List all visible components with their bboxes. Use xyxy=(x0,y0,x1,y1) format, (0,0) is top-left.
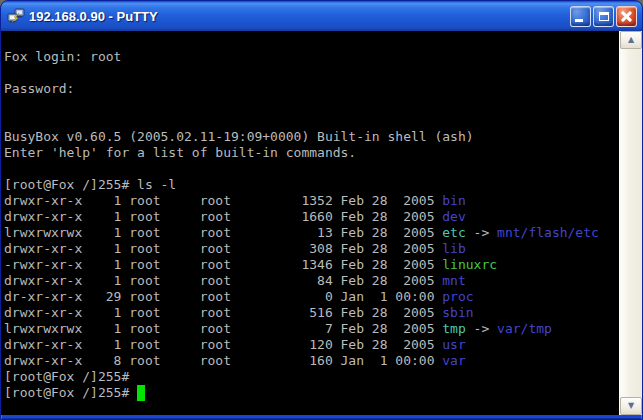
scrollbar[interactable]: ▲ ▼ xyxy=(619,31,642,415)
chevron-down-icon: ▼ xyxy=(628,402,634,410)
putty-window: 192.168.0.90 - PuTTY Fox login: root Pas… xyxy=(0,0,643,420)
terminal-line: dr-xr-xr-x 29 root root 0 Jan 1 00:00 pr… xyxy=(4,289,619,305)
close-button[interactable] xyxy=(616,6,637,27)
scrollbar-down-button[interactable]: ▼ xyxy=(620,397,642,415)
terminal-line: lrwxrwxrwx 1 root root 7 Feb 28 2005 tmp… xyxy=(4,321,619,337)
terminal-line: lrwxrwxrwx 1 root root 13 Feb 28 2005 et… xyxy=(4,225,619,241)
terminal-line: [root@Fox /]255# xyxy=(4,369,619,385)
terminal-line: drwxr-xr-x 1 root root 1352 Feb 28 2005 … xyxy=(4,193,619,209)
scrollbar-thumb[interactable] xyxy=(620,49,642,397)
terminal-line: drwxr-xr-x 1 root root 308 Feb 28 2005 l… xyxy=(4,241,619,257)
window-controls xyxy=(570,6,637,27)
minimize-icon xyxy=(575,19,583,22)
terminal-line xyxy=(4,65,619,81)
putty-app-icon[interactable] xyxy=(7,8,25,24)
terminal-screen[interactable]: Fox login: root Password: BusyBox v0.60.… xyxy=(1,31,619,415)
maximize-icon xyxy=(599,12,609,21)
maximize-button[interactable] xyxy=(593,6,614,27)
terminal-line: drwxr-xr-x 1 root root 84 Feb 28 2005 mn… xyxy=(4,273,619,289)
terminal-line: drwxr-xr-x 1 root root 516 Feb 28 2005 s… xyxy=(4,305,619,321)
chevron-up-icon: ▲ xyxy=(628,36,634,44)
terminal-line: [root@Fox /]255# ls -l xyxy=(4,177,619,193)
scrollbar-up-button[interactable]: ▲ xyxy=(620,31,642,49)
terminal-line: Password: xyxy=(4,81,619,97)
window-title: 192.168.0.90 - PuTTY xyxy=(29,9,570,24)
terminal-line: Enter 'help' for a list of built-in comm… xyxy=(4,145,619,161)
terminal-body: Fox login: root Password: BusyBox v0.60.… xyxy=(1,31,642,415)
minimize-button[interactable] xyxy=(570,6,591,27)
terminal-line: [root@Fox /]255# xyxy=(4,385,619,401)
terminal-line: drwxr-xr-x 1 root root 120 Feb 28 2005 u… xyxy=(4,337,619,353)
terminal-line xyxy=(4,113,619,129)
terminal-line: -rwxr-xr-x 1 root root 1346 Feb 28 2005 … xyxy=(4,257,619,273)
terminal-line xyxy=(4,161,619,177)
terminal-line: Fox login: root xyxy=(4,49,619,65)
terminal-line xyxy=(4,33,619,49)
terminal-line: drwxr-xr-x 1 root root 1660 Feb 28 2005 … xyxy=(4,209,619,225)
titlebar[interactable]: 192.168.0.90 - PuTTY xyxy=(1,1,642,31)
terminal-cursor xyxy=(137,385,145,401)
terminal-line xyxy=(4,97,619,113)
terminal-line: drwxr-xr-x 8 root root 160 Jan 1 00:00 v… xyxy=(4,353,619,369)
terminal-line: BusyBox v0.60.5 (2005.02.11-19:09+0000) … xyxy=(4,129,619,145)
